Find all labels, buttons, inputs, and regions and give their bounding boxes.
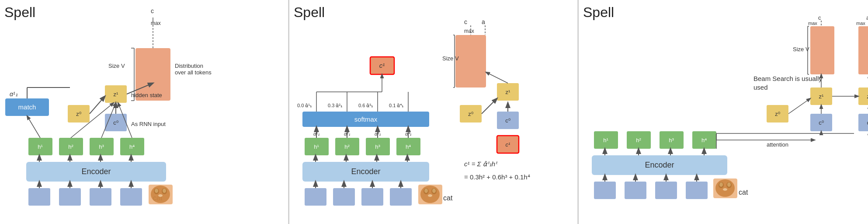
svg-text:α²₁: α²₁ bbox=[344, 131, 350, 136]
alpha-label: α¹₁ bbox=[10, 91, 18, 98]
svg-text:0.0 α̂¹₁: 0.0 α̂¹₁ bbox=[297, 103, 312, 108]
as-rnn-label: As RNN input bbox=[131, 121, 166, 127]
svg-rect-18 bbox=[418, 185, 442, 204]
dist-label-text: Distribution bbox=[175, 63, 203, 69]
z0-box bbox=[68, 105, 90, 122]
svg-text:h⁴: h⁴ bbox=[406, 144, 411, 150]
cat-image bbox=[149, 185, 173, 204]
svg-point-96 bbox=[715, 179, 735, 197]
svg-text:cat: cat bbox=[739, 189, 748, 196]
encoder-label: Encoder bbox=[81, 167, 111, 176]
svg-rect-87 bbox=[594, 182, 616, 199]
svg-point-5 bbox=[158, 194, 163, 197]
input-box-4 bbox=[120, 188, 142, 206]
panel-1-svg: Encoder cat h¹ h² bbox=[0, 0, 288, 224]
arrow-h2-z1 bbox=[71, 103, 114, 138]
svg-point-19 bbox=[420, 186, 440, 203]
svg-text:h³: h³ bbox=[669, 137, 674, 144]
svg-text:Size V: Size V bbox=[793, 46, 809, 52]
svg-point-21 bbox=[431, 188, 437, 194]
svg-rect-139 bbox=[810, 26, 834, 74]
h2-label: h² bbox=[68, 144, 73, 150]
svg-rect-28 bbox=[335, 138, 359, 155]
svg-text:z⁰: z⁰ bbox=[468, 111, 473, 117]
cat-label: cat bbox=[153, 194, 163, 202]
dist-label-text2: over all tokens bbox=[175, 69, 212, 76]
svg-point-20 bbox=[424, 188, 429, 194]
svg-rect-105 bbox=[627, 131, 651, 149]
svg-text:α¹₁: α¹₁ bbox=[313, 131, 319, 136]
h4-label: h⁴ bbox=[129, 144, 135, 150]
svg-text:0.1 α̂⁴₁: 0.1 α̂⁴₁ bbox=[389, 103, 403, 108]
svg-point-3 bbox=[155, 189, 158, 193]
svg-point-1 bbox=[154, 188, 159, 194]
svg-text:h⁴: h⁴ bbox=[701, 137, 707, 144]
svg-text:z¹: z¹ bbox=[506, 89, 511, 95]
svg-text:c¹: c¹ bbox=[506, 141, 511, 148]
svg-point-23 bbox=[432, 189, 436, 193]
svg-rect-60 bbox=[455, 35, 486, 88]
svg-rect-88 bbox=[625, 182, 646, 199]
svg-point-100 bbox=[727, 182, 731, 187]
svg-text:c⁰: c⁰ bbox=[505, 117, 510, 124]
svg-rect-48 bbox=[370, 57, 394, 74]
svg-rect-13 bbox=[390, 188, 412, 206]
svg-line-74 bbox=[486, 72, 508, 83]
size-v-label: Size V bbox=[108, 63, 125, 69]
arrow-h1-match bbox=[27, 116, 40, 138]
match-label: match bbox=[18, 103, 36, 111]
arrow-h3-z1 bbox=[101, 103, 116, 138]
input-box-1 bbox=[28, 188, 50, 206]
svg-text:c: c bbox=[464, 18, 467, 25]
svg-text:Encoder: Encoder bbox=[645, 161, 674, 169]
svg-rect-8 bbox=[302, 162, 429, 182]
svg-text:Beam Search is usually: Beam Search is usually bbox=[753, 75, 822, 82]
svg-text:h¹: h¹ bbox=[314, 144, 319, 150]
svg-rect-78 bbox=[497, 136, 519, 153]
encoder-box bbox=[26, 162, 166, 182]
match-box bbox=[5, 98, 49, 116]
svg-text:cat: cat bbox=[443, 194, 453, 202]
svg-rect-107 bbox=[660, 131, 684, 149]
svg-text:max: max bbox=[808, 21, 817, 26]
max-label: max bbox=[151, 20, 161, 26]
svg-rect-109 bbox=[692, 131, 716, 149]
svg-rect-131 bbox=[810, 114, 832, 131]
h2-box bbox=[59, 138, 83, 155]
panel-1: Spell Encoder cat bbox=[0, 0, 288, 224]
input-box-2 bbox=[59, 188, 81, 206]
svg-point-0 bbox=[151, 186, 170, 203]
panel-2-svg: Encoder cat h¹ h² bbox=[289, 0, 578, 224]
h4-box bbox=[120, 138, 144, 155]
svg-rect-30 bbox=[366, 138, 390, 155]
svg-text:used: used bbox=[753, 84, 768, 91]
svg-text:softmax: softmax bbox=[354, 116, 378, 123]
z1-label: z¹ bbox=[114, 91, 119, 98]
svg-text:a: a bbox=[482, 18, 485, 25]
svg-text:h³: h³ bbox=[375, 144, 380, 150]
svg-rect-76 bbox=[497, 112, 519, 129]
svg-text:α⁴₁: α⁴₁ bbox=[405, 131, 411, 136]
svg-line-75 bbox=[482, 98, 497, 114]
svg-text:c⁰: c⁰ bbox=[819, 119, 824, 126]
svg-point-24 bbox=[428, 194, 432, 197]
svg-rect-123 bbox=[810, 88, 832, 105]
svg-rect-26 bbox=[305, 138, 329, 155]
z0-label: z⁰ bbox=[76, 111, 81, 117]
panel-2-title: Spell bbox=[294, 4, 325, 20]
svg-text:h²: h² bbox=[636, 137, 641, 144]
diagram-container: Spell Encoder cat bbox=[0, 0, 868, 224]
svg-text:max: max bbox=[856, 21, 865, 26]
svg-text:max: max bbox=[464, 28, 474, 34]
svg-text:0.3 α̂²₁: 0.3 α̂²₁ bbox=[328, 103, 342, 108]
svg-text:c¹: c¹ bbox=[379, 62, 385, 69]
svg-rect-38 bbox=[302, 112, 429, 127]
panel-2: Spell Encoder bbox=[289, 0, 578, 224]
svg-text:0.6 α̂³₁: 0.6 α̂³₁ bbox=[358, 103, 373, 108]
panel-3: Spell Encoder bbox=[579, 0, 868, 224]
input-box-3 bbox=[90, 188, 111, 206]
svg-text:α³₁: α³₁ bbox=[375, 131, 381, 136]
hidden-state-label: hidden state bbox=[131, 92, 162, 98]
svg-rect-95 bbox=[713, 178, 737, 198]
svg-text:h²: h² bbox=[344, 144, 350, 150]
